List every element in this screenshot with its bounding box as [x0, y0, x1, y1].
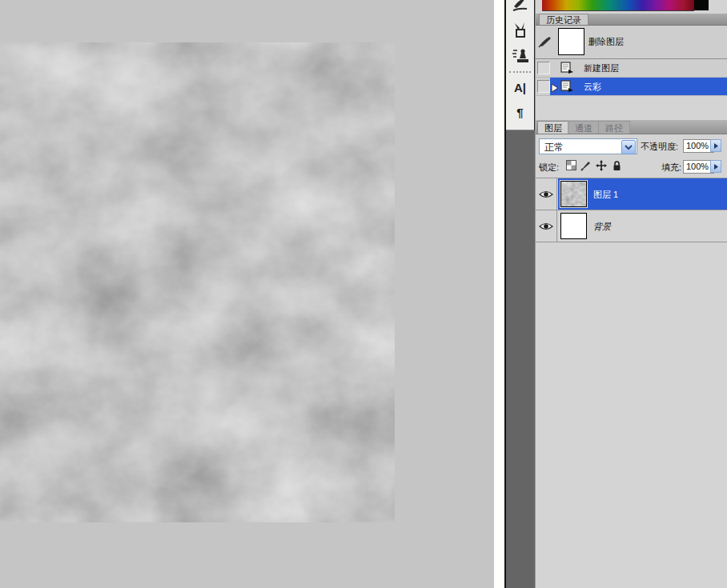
- lock-image-brush-icon[interactable]: [580, 159, 592, 171]
- history-palette: 历史记录 删除图层: [536, 14, 727, 96]
- photoshop-window: A| ¶ 历史记录: [0, 0, 727, 588]
- opacity-label: 不透明度:: [641, 141, 678, 153]
- clouds-render-image[interactable]: [0, 42, 395, 522]
- layer-thumbnail-white[interactable]: [560, 213, 587, 239]
- opacity-slider-arrow-icon[interactable]: [710, 139, 721, 152]
- history-source-well[interactable]: [537, 62, 550, 74]
- lock-transparency-icon[interactable]: [565, 159, 576, 171]
- color-spectrum-ramp[interactable]: [542, 0, 694, 11]
- snapshot-label: 删除图层: [588, 36, 624, 48]
- history-item-clouds[interactable]: 云彩: [536, 78, 727, 96]
- fill-slider-arrow-icon[interactable]: [710, 160, 721, 173]
- history-brush-tool-icon[interactable]: [506, 19, 534, 43]
- tab-history[interactable]: 历史记录: [539, 14, 588, 25]
- tab-channels[interactable]: 通道: [568, 121, 600, 134]
- fill-label: 填充:: [653, 162, 681, 174]
- clouds-action-icon: [560, 80, 574, 96]
- toolbox-column: A| ¶: [506, 0, 535, 130]
- layers-palette: 图层 通道 路径 正常 不透明度: 100% 锁: [536, 120, 727, 242]
- chevron-down-icon[interactable]: [621, 140, 636, 154]
- eye-icon[interactable]: [539, 222, 553, 231]
- blend-mode-select[interactable]: 正常: [539, 138, 637, 154]
- toolbox-divider: [509, 71, 531, 73]
- history-snapshot-row[interactable]: 删除图层: [536, 26, 727, 59]
- lock-buttons: [565, 159, 622, 171]
- lock-position-move-icon[interactable]: [596, 159, 607, 171]
- layers-tabbar: 图层 通道 路径: [536, 120, 727, 134]
- paragraph-tool-icon[interactable]: ¶: [506, 101, 534, 123]
- layer-name: 图层 1: [593, 189, 618, 201]
- history-brush-source-icon[interactable]: [538, 35, 552, 48]
- history-state-pointer-icon[interactable]: [551, 82, 560, 96]
- document-edge-strip: [494, 0, 506, 588]
- eye-icon[interactable]: [539, 190, 553, 199]
- layer-row-layer1[interactable]: 图层 1: [536, 178, 727, 210]
- lock-all-padlock-icon[interactable]: [611, 159, 622, 171]
- stamp-tool-icon[interactable]: [506, 45, 534, 69]
- visibility-cell[interactable]: [536, 178, 557, 210]
- type-tool-icon[interactable]: A|: [506, 76, 534, 98]
- layers-controls: 正常 不透明度: 100% 锁定:: [536, 134, 727, 178]
- history-tabbar: 历史记录: [536, 14, 727, 26]
- history-list: 删除图层 新建图层: [536, 26, 727, 96]
- layer-name: 背景: [593, 221, 611, 233]
- history-item-label: 云彩: [584, 81, 601, 93]
- new-layer-action-icon: [560, 62, 574, 78]
- history-source-well[interactable]: [537, 80, 550, 93]
- snapshot-thumbnail[interactable]: [558, 28, 584, 55]
- palette-dock: 历史记录 删除图层: [535, 0, 727, 588]
- tab-paths[interactable]: 路径: [598, 121, 630, 134]
- brush-tool-icon[interactable]: [506, 0, 534, 16]
- canvas-area: [0, 0, 494, 588]
- layer-row-background[interactable]: 背景: [536, 210, 727, 242]
- tab-layers[interactable]: 图层: [537, 121, 569, 134]
- history-item-label: 新建图层: [584, 62, 619, 74]
- lock-label: 锁定:: [539, 162, 559, 174]
- layer-thumbnail-clouds[interactable]: [560, 181, 587, 207]
- color-ramp-black-swatch[interactable]: [694, 0, 709, 10]
- visibility-cell[interactable]: [536, 210, 557, 242]
- blend-mode-value: 正常: [544, 141, 564, 154]
- history-item-new-layer[interactable]: 新建图层: [536, 59, 727, 78]
